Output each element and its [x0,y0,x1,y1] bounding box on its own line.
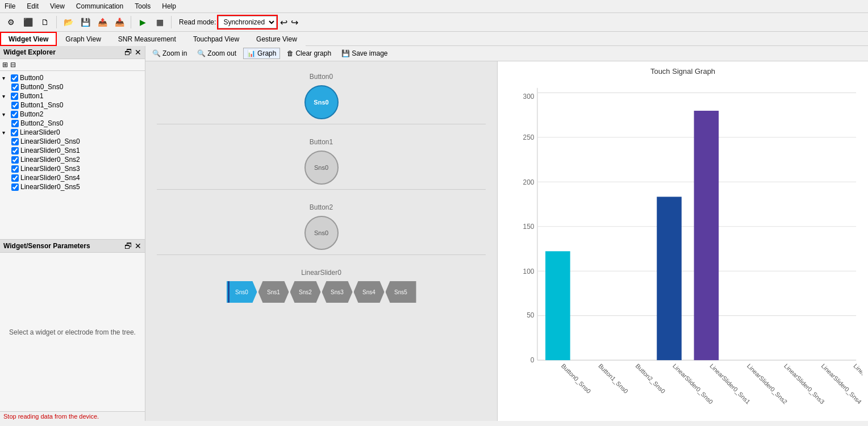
circle-btn-button1[interactable]: Sns0 [304,151,339,185]
open-button[interactable]: 📂 [61,15,76,30]
svg-text:200: 200 [523,178,534,186]
tree-item-button1[interactable]: ▾ Button1 [2,91,143,101]
checkbox-linearslider0[interactable] [11,129,18,136]
tree-item-ls0-sns2[interactable]: LinearSlider0_Sns2 [11,155,143,164]
circle-btn-button2[interactable]: Sns0 [304,216,339,250]
slider-seg-0[interactable]: Sns0 [227,281,257,303]
tree-item-button1-sns0[interactable]: Button1_Sns0 [11,101,143,110]
expand-icon-button2: ▾ [2,111,9,118]
save-image-button[interactable]: 💾 Save image [338,48,391,59]
tree-item-button0[interactable]: ▾ Button0 [2,73,143,82]
clear-graph-button[interactable]: 🗑 Clear graph [283,48,335,59]
checkbox-ls0-sns0[interactable] [11,138,19,145]
tree-item-button2-sns0[interactable]: Button2_Sns0 [11,119,143,128]
tab-widget-view[interactable]: Widget View [0,32,57,46]
collapse-all-button[interactable]: ⊟ [10,61,16,69]
slider-seg-1[interactable]: Sns1 [258,281,289,303]
circle-btn-button0[interactable]: Sns0 [304,85,339,119]
graph-button[interactable]: 📊 Graph [243,48,280,59]
checkbox-button1-sns0[interactable] [11,102,19,109]
tree-item-button0-sns0[interactable]: Button0_Sns0 [11,82,143,91]
menu-help[interactable]: Help [160,1,178,11]
checkbox-button1[interactable] [11,93,18,100]
divider-button1 [157,189,486,190]
tree-item-ls0-sns0[interactable]: LinearSlider0_Sns0 [11,137,143,146]
widget-section-button2: Button2 Sns0 [157,203,486,255]
slider-seg-3[interactable]: Sns3 [322,281,353,303]
menu-file[interactable]: File [2,1,18,11]
svg-text:300: 300 [523,93,534,101]
checkbox-ls0-sns5[interactable] [11,183,19,191]
checkbox-ls0-sns1[interactable] [11,147,19,154]
settings-button[interactable]: ⚙ [3,15,18,30]
svg-text:150: 150 [523,223,534,231]
close-panel-button[interactable]: ✕ [135,48,141,57]
chart-container: 0 50 100 150 200 [503,80,862,411]
graph-icon: 📊 [247,49,256,57]
checkbox-button2[interactable] [11,111,18,118]
sensor-hint-text: Select a widget or electrode from the tr… [9,328,136,336]
sensor-restore-button[interactable]: 🗗 [124,241,132,250]
menu-tools[interactable]: Tools [132,1,153,11]
x-label-6: LinearSlider0_Sns3 [783,362,826,406]
redo-button[interactable]: ↪ [290,16,299,29]
label-button1-sns0: Button1_Sns0 [20,101,63,109]
zoom-in-button[interactable]: 🔍 Zoom in [149,48,190,59]
tab-snr-measurement[interactable]: SNR Measurement [110,32,185,46]
expand-all-button[interactable]: ⊞ [2,61,8,69]
label-button0: Button0 [20,74,43,82]
tree-item-ls0-sns1[interactable]: LinearSlider0_Sns1 [11,146,143,155]
tab-graph-view[interactable]: Graph View [57,32,109,46]
restore-button[interactable]: 🗗 [124,48,132,57]
sep3 [171,16,172,28]
sensor-close-button[interactable]: ✕ [135,241,141,250]
circle-widget-button2: Sns0 [157,216,486,250]
slider-seg-4[interactable]: Sns4 [354,281,385,303]
checkbox-ls0-sns3[interactable] [11,165,19,173]
tab-touchpad-view[interactable]: Touchpad View [185,32,248,46]
slider-seg-2[interactable]: Sns2 [290,281,321,303]
main-layout: Widget Explorer 🗗 ✕ ⊞ ⊟ ▾ Button0 Button… [0,46,868,421]
divider-button0 [157,124,486,124]
status-bar: Stop reading data from the device. [0,411,145,421]
save-button[interactable]: 💾 [78,15,93,30]
bar-ls0-sns1[interactable] [694,111,719,360]
read-mode-select[interactable]: Synchronized Continuous Manual [218,16,277,28]
menu-communication[interactable]: Communication [74,1,126,11]
stop-button[interactable]: ⬛ [20,15,35,30]
sensor-params-panel: Widget/Sensor Parameters 🗗 ✕ Select a wi… [0,239,145,421]
checkbox-button0-sns0[interactable] [11,83,19,91]
new-button[interactable]: 🗋 [37,15,52,30]
checkbox-ls0-sns4[interactable] [11,174,19,182]
start-button[interactable]: ▶ [135,15,150,30]
tree-item-ls0-sns4[interactable]: LinearSlider0_Sns4 [11,173,143,182]
widget-explorer-tree: ▾ Button0 Button0_Sns0 ▾ Button1 Button1 [0,71,145,239]
layout-button[interactable]: ▦ [152,15,167,30]
tree-item-button2[interactable]: ▾ Button2 [2,110,143,119]
menu-view[interactable]: View [48,1,67,11]
main-tab-bar: Widget View Graph View SNR Measurement T… [0,32,868,46]
tree-item-linearslider0[interactable]: ▾ LinearSlider0 [2,128,143,137]
label-button0-sns0: Button0_Sns0 [20,83,63,91]
widget-section-linearslider0: LinearSlider0 Sns0 Sns1 Sns2 Sns3 Sns4 S… [157,269,486,303]
graph-area: Touch Signal Graph 0 50 [498,61,868,421]
bar-ls0-sns0[interactable] [657,197,682,360]
tree-item-ls0-sns3[interactable]: LinearSlider0_Sns3 [11,164,143,173]
checkbox-button0[interactable] [11,74,18,82]
checkbox-button2-sns0[interactable] [11,120,19,127]
zoom-out-button[interactable]: 🔍 Zoom out [194,48,240,59]
import-button[interactable]: 📥 [112,15,127,30]
undo-button[interactable]: ↩ [279,16,289,29]
widget-graph-area: Button0 Sns0 Button1 Sns0 Button2 [145,61,868,421]
bar-button0-sns0[interactable] [545,251,570,360]
svg-text:0: 0 [531,356,535,364]
label-ls0-sns4: LinearSlider0_Sns4 [20,174,80,182]
slider-seg-5[interactable]: Sns5 [386,281,416,303]
linearslider0-children: LinearSlider0_Sns0 LinearSlider0_Sns1 Li… [2,137,143,191]
checkbox-ls0-sns2[interactable] [11,156,19,164]
export-button[interactable]: 📤 [95,15,110,30]
tab-gesture-view[interactable]: Gesture View [248,32,306,46]
menu-edit[interactable]: Edit [24,1,41,11]
tree-item-ls0-sns5[interactable]: LinearSlider0_Sns5 [11,182,143,191]
divider-button2 [157,254,486,255]
